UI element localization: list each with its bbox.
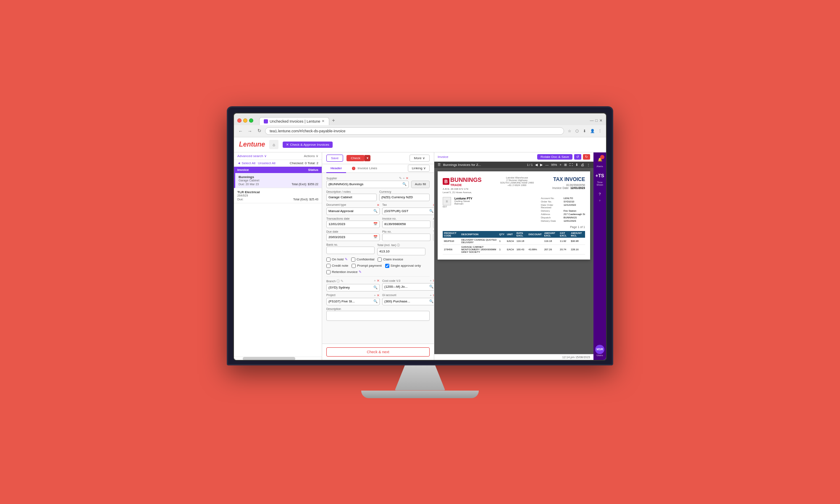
transaction-date-input-field[interactable] [328,222,373,226]
credit-note-checkbox-wrap[interactable]: Credit note [326,264,348,268]
reload-button[interactable]: ↻ [256,128,262,134]
branch-input-field[interactable] [328,286,373,289]
save-button[interactable]: Save [326,155,343,162]
cost-code-search-icon[interactable]: 🔍 [429,285,433,289]
tax-input-field[interactable] [384,209,428,213]
retention-invoice-checkbox-wrap[interactable]: Retention invoice ✎ [326,270,362,274]
prompt-payment-checkbox-wrap[interactable]: Prompt payment [352,264,382,268]
branch-search-icon[interactable]: 🔍 [373,286,378,289]
project-input[interactable]: 🔍 [326,298,380,305]
browser-tab[interactable]: Unchecked Invoices | Lentune ✕ [259,117,329,125]
document-type-input-field[interactable] [328,209,373,213]
menu-icon[interactable]: ⋮ [597,128,603,134]
tab-close-icon[interactable]: ✕ [322,119,325,123]
supplier-input[interactable]: 🔍 [326,181,409,188]
retention-edit-icon[interactable]: ✎ [359,270,362,274]
gl-account-input[interactable]: 🔍 [382,298,434,305]
cost-code-input[interactable]: 🔍 [382,283,434,291]
on-hold-checkbox[interactable] [326,257,331,262]
supplier-search-icon[interactable]: 🔍 [402,182,407,186]
calendar-icon[interactable]: 📅 [373,222,378,226]
gl-plus-icon[interactable]: + [430,294,432,297]
back-button[interactable]: ← [237,128,244,134]
more-button[interactable]: More ∨ [410,155,430,162]
invoice-item-bunnings[interactable]: Bunnings Garage Cabinet Due: 20 Mar 23 T… [234,173,322,188]
window-restore-icon[interactable]: □ [596,118,598,123]
due-date-input[interactable]: 📅 [326,234,380,241]
branch-info-icon[interactable]: ⓘ [336,279,340,284]
check-dropdown-button[interactable]: ▾ [365,155,370,161]
close-button[interactable] [237,118,242,123]
transaction-date-input[interactable]: 📅 [326,220,380,228]
tax-search-icon[interactable]: 🔍 [429,209,433,213]
supplier-input-field[interactable] [328,182,402,186]
supplier-plus-icon[interactable]: + [403,176,405,180]
description2-input-field[interactable] [328,314,428,318]
timesheet-icon[interactable]: +TS [594,170,605,181]
prompt-payment-checkbox[interactable] [352,264,356,268]
due-calendar-icon[interactable]: 📅 [373,235,378,239]
rotate-save-button[interactable]: Rotate Doc & Save [537,154,572,160]
user-avatar[interactable]: MSR [595,345,604,354]
tab-invoice-lines[interactable]: ! Invoice Lines [348,164,381,173]
minimize-button[interactable] [243,118,247,123]
gl-account-input-field[interactable] [384,299,428,303]
project-input-field[interactable] [328,299,373,303]
alerts-icon[interactable]: 🔔 [594,154,605,165]
maximize-button[interactable] [249,118,253,123]
page-right-icon[interactable]: ▶ [540,163,543,167]
home-button[interactable]: ⌂ [269,140,278,149]
branch-plus-icon[interactable]: + [374,279,376,284]
project-search-icon[interactable]: 🔍 [373,299,378,303]
cost-code-plus-icon[interactable]: + [430,279,432,283]
menu-lines-icon[interactable]: ☰ [438,163,441,167]
total-input-field[interactable] [379,249,423,253]
download-doc-icon[interactable]: ⬇ [575,163,578,167]
account-icon[interactable]: 👤 [589,128,595,134]
actions-button[interactable]: Actions ∨ [304,154,318,158]
auto-fill-button[interactable]: Auto fill [411,181,430,188]
document-type-input[interactable]: 🔍 [326,207,380,215]
new-tab-button[interactable]: + [329,116,337,125]
project-clear-icon[interactable]: ✕ [377,294,380,297]
bank-no-input-field[interactable] [328,248,373,252]
supplier-clear-icon[interactable]: ✕ [406,176,409,180]
tax-input[interactable]: 🔍 [382,207,434,215]
extensions-icon[interactable]: ⬡ [574,128,580,134]
invoice-no-input[interactable] [382,220,430,228]
currency-input[interactable] [379,194,430,201]
gl-search-icon[interactable]: 🔍 [429,299,433,303]
single-approval-checkbox[interactable] [385,264,389,268]
fullscreen-icon[interactable]: ⛶ [570,163,573,167]
due-date-input-field[interactable] [328,235,373,239]
claim-invoice-checkbox-wrap[interactable]: Claim invoice [378,257,403,262]
page-left-icon[interactable]: ◀ [535,163,538,167]
advanced-search-button[interactable]: Advanced search ∨ [237,154,267,158]
invoice-no-input-field[interactable] [384,222,428,226]
confidential-checkbox[interactable] [351,257,355,262]
branch-clear-icon[interactable]: ✕ [377,279,380,284]
unselect-all-link[interactable]: Unselect All [258,161,276,165]
rotate-cw-button[interactable]: ↻ [583,154,590,160]
bank-no-input[interactable] [326,247,375,254]
window-close-icon[interactable]: ✕ [599,118,603,123]
linking-button[interactable]: Linking ∨ [408,165,430,172]
check-next-button[interactable]: Check & next [326,347,430,357]
zoom-out-icon[interactable]: — [545,163,549,167]
pto-input[interactable] [382,234,430,241]
list-scrollbar[interactable] [234,357,322,360]
select-all-link[interactable]: ◄ Select All [237,161,255,165]
currency-input-field[interactable] [381,195,428,199]
more-options-icon[interactable]: ⋮ [587,163,590,167]
help-icon[interactable]: ? [594,189,605,200]
description2-input[interactable] [326,311,430,321]
on-hold-checkbox-wrap[interactable]: On hold ✎ [326,257,348,262]
download-icon[interactable]: ⬇ [582,128,588,134]
total-input[interactable] [377,248,425,255]
supplier-edit-icon[interactable]: ✎ [399,176,402,180]
view-mode-icon[interactable]: ⊞ [564,163,567,167]
confidential-checkbox-wrap[interactable]: Confidential [351,257,374,262]
preview-body[interactable]: B BUNNINGS TRADE A.B.N. 26 008 672 179 L… [434,168,593,354]
project-plus-icon[interactable]: + [374,294,376,297]
retention-invoice-checkbox[interactable] [326,270,331,274]
